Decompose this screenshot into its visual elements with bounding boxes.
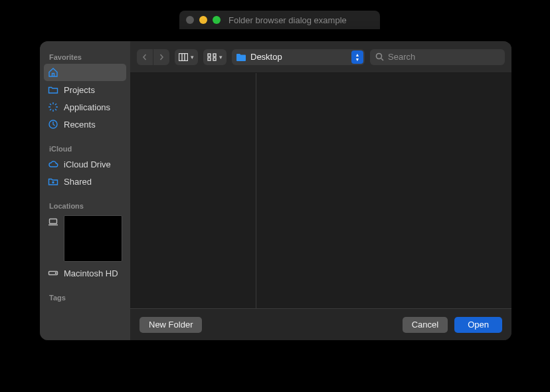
- svg-rect-9: [213, 58, 216, 60]
- toolbar: ▾ ▾ Desktop ▲▼: [130, 41, 511, 73]
- svg-point-4: [55, 272, 56, 273]
- browser-column[interactable]: [130, 73, 256, 308]
- cloud-icon: [48, 159, 58, 169]
- sidebar-item-shared[interactable]: Shared: [40, 173, 130, 190]
- folder-open-dialog: Favorites Projects Applications: [40, 41, 511, 340]
- svg-rect-7: [213, 54, 216, 56]
- close-icon[interactable]: [186, 16, 194, 24]
- nav-segment: [137, 49, 169, 65]
- columns-icon: [179, 53, 188, 61]
- house-icon: [48, 67, 58, 78]
- grid-icon: [207, 53, 217, 61]
- sidebar-section-locations: Locations: [40, 199, 130, 213]
- chevron-down-icon: ▾: [219, 54, 223, 60]
- svg-rect-8: [208, 58, 211, 60]
- up-down-icon: ▲▼: [351, 50, 363, 64]
- sidebar: Favorites Projects Applications: [40, 41, 130, 340]
- sidebar-section-icloud: iCloud: [40, 142, 130, 155]
- search-icon: [375, 52, 384, 61]
- location-thumbnail: [64, 215, 122, 262]
- folder-share-icon: [48, 176, 58, 187]
- svg-point-10: [377, 54, 382, 59]
- path-popup[interactable]: Desktop ▲▼: [232, 49, 365, 65]
- forward-button[interactable]: [153, 49, 169, 65]
- sidebar-item-applications[interactable]: Applications: [40, 98, 130, 116]
- main-panel: ▾ ▾ Desktop ▲▼: [130, 41, 511, 340]
- search-field[interactable]: [370, 49, 505, 65]
- chevron-left-icon: [141, 54, 148, 60]
- clock-icon: [48, 119, 58, 130]
- laptop-icon: [48, 217, 58, 227]
- column-browser[interactable]: [130, 73, 511, 308]
- svg-point-1: [52, 182, 54, 183]
- sidebar-item-label: Shared: [64, 177, 92, 187]
- chevron-right-icon: [158, 54, 165, 60]
- sidebar-item-label: Recents: [64, 120, 96, 130]
- sidebar-item-label: Applications: [64, 102, 110, 112]
- sidebar-section-tags: Tags: [40, 291, 130, 304]
- sidebar-item-icloud-drive[interactable]: iCloud Drive: [40, 155, 130, 173]
- group-by-button[interactable]: ▾: [203, 49, 227, 65]
- cancel-button[interactable]: Cancel: [403, 317, 448, 333]
- dialog-footer: New Folder Cancel Open: [130, 308, 511, 340]
- apps-icon: [48, 102, 58, 112]
- svg-rect-2: [50, 219, 57, 224]
- window-title: Folder browser dialog example: [229, 15, 347, 25]
- sidebar-item-label: iCloud Drive: [64, 159, 111, 169]
- search-input[interactable]: [388, 52, 500, 62]
- sidebar-section-favorites: Favorites: [40, 50, 130, 64]
- browser-column[interactable]: [256, 73, 511, 308]
- view-mode-button[interactable]: ▾: [175, 49, 198, 65]
- sidebar-item-recents[interactable]: Recents: [40, 116, 130, 133]
- sidebar-item-macintosh-hd[interactable]: Macintosh HD: [40, 264, 130, 282]
- back-button[interactable]: [137, 49, 153, 65]
- open-button[interactable]: Open: [454, 317, 502, 333]
- sidebar-item-this-mac[interactable]: [40, 213, 130, 264]
- sidebar-item-home[interactable]: [44, 64, 126, 81]
- disk-icon: [48, 268, 58, 278]
- sidebar-item-label: Macintosh HD: [64, 268, 118, 278]
- new-folder-button[interactable]: New Folder: [139, 317, 202, 333]
- chevron-down-icon: ▾: [191, 54, 194, 60]
- parent-window-tab: Folder browser dialog example: [179, 11, 380, 29]
- sidebar-item-projects[interactable]: Projects: [40, 81, 130, 98]
- minimize-icon[interactable]: [199, 16, 207, 24]
- path-label: Desktop: [250, 52, 282, 62]
- svg-rect-5: [179, 53, 188, 60]
- sidebar-item-label: Projects: [64, 85, 95, 95]
- folder-icon: [236, 52, 246, 62]
- svg-rect-6: [208, 54, 211, 56]
- folder-icon: [48, 84, 58, 95]
- zoom-icon[interactable]: [213, 16, 221, 24]
- traffic-lights: [186, 16, 221, 24]
